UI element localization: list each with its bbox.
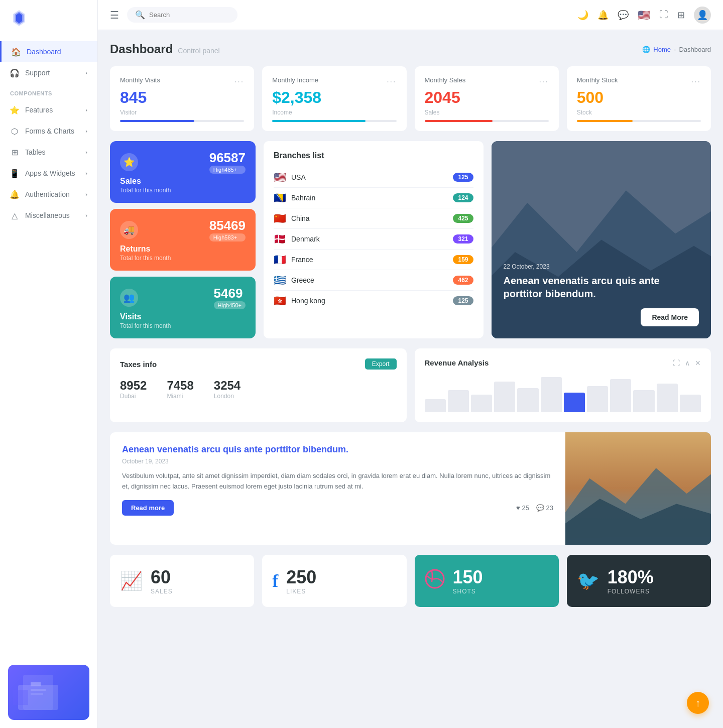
svg-rect-8	[31, 693, 43, 695]
dark-mode-icon[interactable]: 🌙	[577, 10, 588, 21]
search-bar[interactable]: 🔍	[127, 7, 237, 23]
sidebar-item-support[interactable]: 🎧 Support ›	[0, 62, 97, 83]
stat-options-icon[interactable]: ...	[387, 75, 396, 84]
search-input[interactable]	[149, 11, 219, 19]
apps-widgets-icon: 📱	[10, 169, 19, 178]
sidebar-item-forms-charts[interactable]: ⬡ Forms & Charts ›	[0, 120, 97, 142]
social-facebook-num: 250	[286, 567, 316, 588]
social-card-sales: 📈 60 SALES	[110, 555, 254, 607]
tax-item-dubai: 8952 Dubai	[120, 379, 147, 400]
branch-row-france: 🇫🇷 France 159	[274, 250, 473, 270]
tax-item-london: 3254 London	[214, 379, 240, 400]
branch-row-greece: 🇬🇷 Greece 462	[274, 270, 473, 291]
components-section-label: Components	[0, 83, 97, 99]
stat-card-monthly-visits: Monthly Visits ... 845 Visitor	[110, 66, 254, 131]
close-icon[interactable]: ✕	[695, 359, 701, 367]
fullscreen-icon[interactable]: ⛶	[659, 10, 668, 20]
dribbble-icon	[425, 569, 445, 593]
chevron-right-icon: ›	[85, 128, 87, 134]
hongkong-flag-icon: 🇭🇰	[274, 295, 286, 307]
sidebar-item-miscellaneous[interactable]: △ Miscellaneous ›	[0, 205, 97, 226]
likes-count: ♥ 25	[516, 504, 529, 512]
facebook-icon: f	[272, 570, 278, 591]
chevron-right-icon: ›	[85, 70, 87, 76]
big-stat-sales-badge: High485+	[209, 166, 246, 174]
collapse-icon[interactable]: ∧	[685, 359, 690, 367]
big-stat-sales-sub: Total for this month	[120, 187, 246, 194]
sidebar-item-label: Features	[25, 106, 53, 114]
sidebar-item-authentication[interactable]: 🔔 Authentication ›	[0, 184, 97, 205]
revenue-chart	[425, 372, 701, 412]
page-content: Dashboard Control panel 🌐 Home - Dashboa…	[98, 30, 723, 728]
branch-row-china: 🇨🇳 China 425	[274, 208, 473, 229]
main-content: ☰ 🔍 🌙 🔔 💬 🇺🇸 ⛶ ⊞ 👤 Dashboard Control pan…	[98, 0, 723, 728]
stat-label: Monthly Sales	[425, 76, 466, 84]
tax-num: 7458	[167, 379, 193, 393]
read-more-button[interactable]: Read more	[122, 500, 174, 516]
stat-options-icon[interactable]: ...	[234, 75, 244, 84]
social-sales-label: SALES	[151, 588, 173, 595]
avatar[interactable]: 👤	[694, 7, 711, 24]
sidebar-item-tables[interactable]: ⊞ Tables ›	[0, 142, 97, 163]
notifications-icon[interactable]: 🔔	[597, 10, 609, 21]
stat-sub: Income	[272, 109, 396, 116]
branch-name: Hong kong	[291, 297, 453, 305]
taxes-revenue-row: Taxes info Export 8952 Dubai 7458 Miami …	[110, 348, 711, 422]
hamburger-menu-icon[interactable]: ☰	[110, 9, 119, 21]
tax-label: Dubai	[120, 393, 147, 400]
breadcrumb-separator: -	[674, 46, 676, 53]
svg-rect-5	[13, 690, 28, 705]
fab-button[interactable]: ↑	[687, 692, 709, 714]
chevron-right-icon: ›	[85, 212, 87, 218]
revenue-bar	[610, 379, 631, 412]
big-stat-returns-name: Returns	[120, 245, 246, 254]
sidebar-item-dashboard[interactable]: 🏠 Dashboard	[0, 41, 97, 62]
sidebar-item-label: Miscellaneous	[25, 211, 70, 219]
big-stat-visits: 👥 5469 High450+ Visits Total for this mo…	[110, 277, 256, 338]
article-stats: ♥ 25 💬 23	[516, 504, 553, 512]
sidebar-item-apps-widgets[interactable]: 📱 Apps & Widgets ›	[0, 163, 97, 184]
tables-icon: ⊞	[10, 148, 19, 157]
stat-options-icon[interactable]: ...	[539, 75, 548, 84]
branch-name: France	[291, 256, 453, 264]
article-image	[565, 432, 711, 545]
stat-options-icon[interactable]: ...	[691, 75, 701, 84]
header: ☰ 🔍 🌙 🔔 💬 🇺🇸 ⛶ ⊞ 👤	[98, 0, 723, 30]
usa-flag-icon: 🇺🇸	[274, 171, 286, 183]
revenue-title: Revenue Analysis	[425, 358, 489, 367]
tax-num: 8952	[120, 379, 147, 393]
expand-icon[interactable]: ⛶	[673, 359, 680, 367]
sidebar-item-features[interactable]: ⭐ Features ›	[0, 99, 97, 120]
revenue-bar	[657, 384, 678, 412]
export-button[interactable]: Export	[365, 358, 397, 370]
social-twitter-label: FOLLOWERS	[608, 588, 654, 595]
china-flag-icon: 🇨🇳	[274, 212, 286, 224]
article-body: Aenean venenatis arcu quis ante porttito…	[110, 432, 565, 545]
revenue-bar	[517, 388, 538, 412]
chat-icon[interactable]: 💬	[618, 10, 629, 21]
revenue-bar	[633, 390, 654, 412]
chevron-right-icon: ›	[85, 107, 87, 113]
sidebar-item-label: Tables	[25, 148, 45, 156]
support-icon: 🎧	[10, 68, 19, 77]
denmark-flag-icon: 🇩🇰	[274, 233, 286, 245]
hero-read-more-button[interactable]: Read More	[641, 308, 699, 326]
revenue-bar	[564, 393, 585, 412]
breadcrumb-home-link[interactable]: Home	[653, 46, 671, 53]
big-stat-returns: 🚚 85469 High583+ Returns Total for this …	[110, 209, 256, 271]
social-card-facebook: f 250 LIKES	[262, 555, 406, 607]
sidebar-item-label: Support	[25, 69, 50, 77]
chevron-right-icon: ›	[85, 149, 87, 155]
branches-card: Branches list 🇺🇸 USA 125 🇧🇦 Bahrain 124 …	[264, 141, 484, 338]
sidebar-navigation: 🏠 Dashboard 🎧 Support › Components ⭐ Fea…	[0, 36, 97, 657]
language-flag-icon[interactable]: 🇺🇸	[638, 9, 650, 21]
grid-icon[interactable]: ⊞	[677, 10, 685, 21]
big-stat-sales-name: Sales	[120, 177, 246, 186]
stat-value: 500	[577, 88, 701, 107]
revenue-bar	[494, 382, 515, 412]
bahrain-flag-icon: 🇧🇦	[274, 192, 286, 204]
branch-count: 462	[453, 276, 473, 285]
twitter-icon: 🐦	[577, 570, 599, 591]
breadcrumb-current: Dashboard	[679, 46, 711, 53]
chevron-right-icon: ›	[85, 170, 87, 176]
